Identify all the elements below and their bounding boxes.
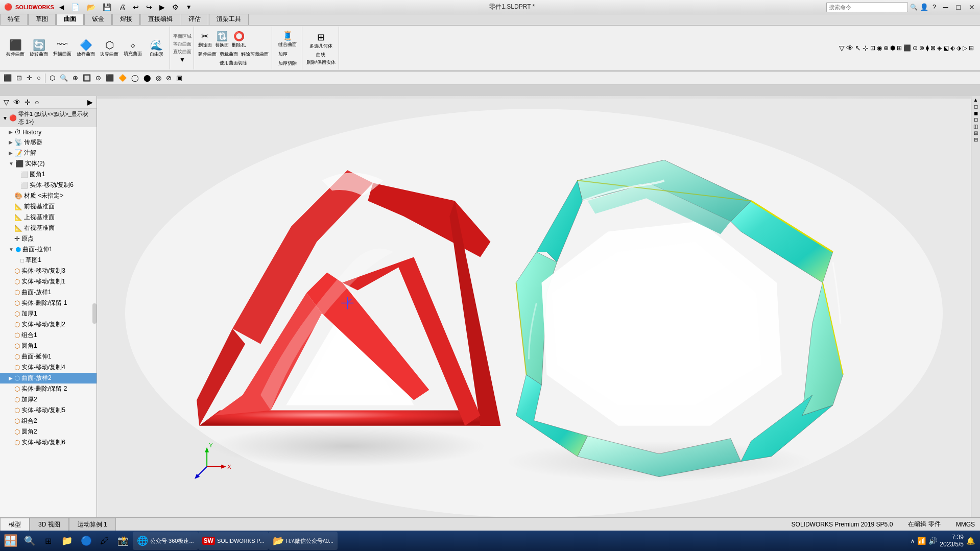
tree-item-move5[interactable]: ▶ ⬡ 实体-移动/复制5 [0,405,97,416]
tree-item-combine1[interactable]: ▶ ⬡ 组合1 [0,330,97,341]
taskbar-btn-folder[interactable]: 📁 [57,532,77,550]
view-tb-14[interactable]: ◎ [154,74,163,82]
right-tb-icon7[interactable]: ⊟ [974,137,978,142]
view-icon5[interactable]: ⊞ [897,44,902,52]
network-icon[interactable]: 📶 [917,537,926,545]
tree-item-origin[interactable]: ▶ ✛ 原点 [0,233,97,244]
view-icon16[interactable]: ⊟ [969,44,974,52]
view-icon2[interactable]: ◉ [877,44,882,52]
right-tb-icon2[interactable]: ◻ [974,104,978,109]
tree-item-sketch1[interactable]: ▶ □ 草图1 [0,255,97,266]
tree-item-thicken1[interactable]: ▶ ⬡ 加厚1 [0,308,97,319]
trim-surface-btn[interactable]: 剪裁曲面 [219,51,239,58]
redo-btn[interactable]: ↪ [144,3,154,12]
view-tb-11[interactable]: 🔶 [117,74,128,82]
tab-direct[interactable]: 直接编辑 [140,13,180,25]
delete-hole-btn[interactable]: ⭕删除孔 [231,30,247,50]
revolve-surface-btn[interactable]: 🔄旋转曲面 [28,38,50,59]
tree-item-delete2[interactable]: ▶ ⬡ 实体-删除/保留 2 [0,384,97,394]
knit-surface-btn[interactable]: 🧵缝合曲面 [276,29,299,49]
close-btn[interactable]: ✕ [966,3,978,11]
view-tb-12[interactable]: ◯ [130,74,140,82]
delete-keep-btn[interactable]: 删除/保留实体 [306,59,336,66]
tree-item-move6[interactable]: ▶ ⬡ 实体-移动/复制6 [0,437,97,448]
view-icon15[interactable]: ▷ [963,44,967,52]
right-tb-icon1[interactable]: ▲ [973,97,978,103]
tree-item-front-plane[interactable]: ▶ 📐 前视基准面 [0,201,97,212]
right-tb-icon5[interactable]: ◫ [973,124,978,129]
minimize-btn[interactable]: ─ [940,3,951,11]
help-btn[interactable]: ? [930,4,938,11]
tree-item-extend1[interactable]: ▶ ⬡ 曲面-延伸1 [0,351,97,362]
undo-btn[interactable]: ↩ [131,3,141,12]
tree-item-combine2[interactable]: ▶ ⬡ 组合2 [0,416,97,426]
view-tb-4[interactable]: ○ [35,74,42,82]
taskbar-btn-pen[interactable]: 🖊 [96,532,113,550]
save-btn[interactable]: 💾 [101,3,113,12]
taskbar-btn-photo[interactable]: 📸 [113,532,133,550]
tree-item-surface-extrude1[interactable]: ▼ ⬢ 曲面-拉伸1 [0,244,97,255]
tree-item-sensors[interactable]: ▶ 📡 传感器 [0,137,97,148]
taskbar-btn-solidworks[interactable]: SW SOLIDWORKS P... [198,532,269,550]
viewport-tab-3d[interactable]: 3D 视图 [30,518,69,531]
sweep-surface-btn[interactable]: 〰扫描曲面 [51,38,74,59]
tree-item-fillet1[interactable]: ▶ ⬜ 圆角1 [0,169,97,180]
view-icon7[interactable]: ⊙ [913,44,918,52]
view-icon9[interactable]: ⧫ [926,44,929,52]
view-icon4[interactable]: ⬢ [890,44,895,52]
tree-item-fillet1b[interactable]: ▶ ⬡ 圆角1 [0,341,97,351]
tree-item-fillet2[interactable]: ▶ ⬡ 圆角2 [0,426,97,437]
tab-surface[interactable]: 曲面 [56,13,84,25]
tree-item-thicken2[interactable]: ▶ ⬡ 加厚2 [0,394,97,405]
view-icon8[interactable]: ⊗ [919,44,924,52]
right-tb-icon6[interactable]: ⊞ [974,130,978,136]
view-tb-13[interactable]: ⬤ [142,74,153,82]
tree-item-history[interactable]: ▶ ⏱ History [0,127,97,137]
loft-surface-btn[interactable]: 🔷放样曲面 [75,38,97,59]
surface-expand-btn[interactable]: ▼ [173,56,192,63]
view-tb-6[interactable]: 🔍 [58,74,69,82]
tree-item-top-plane[interactable]: ▶ 📐 上视基准面 [0,212,97,223]
search-input[interactable] [826,2,908,12]
panel-icon-circle[interactable]: ○ [33,98,40,107]
select2-icon[interactable]: ⊹ [863,44,869,52]
view-icon10[interactable]: ⊠ [930,44,936,52]
extend-surface-btn[interactable]: 延伸曲面 [197,51,218,58]
panel-expand-btn[interactable]: ▶ [86,98,94,107]
view-tb-2[interactable]: ⊡ [15,74,23,82]
view-icon13[interactable]: ⬖ [950,44,955,52]
canvas-area[interactable]: Y X [97,96,971,531]
tree-item-move6-body[interactable]: ▶ ⬜ 实体-移动/复制6 [0,180,97,190]
boundary-surface-btn[interactable]: ⬡边界曲面 [98,38,121,59]
tree-item-loft1[interactable]: ▶ ⬡ 曲面-放样1 [0,287,97,298]
untrim-surface-btn[interactable]: 解除剪裁曲面 [240,51,270,58]
print-btn[interactable]: 🖨 [116,3,128,12]
taskbar-btn-files[interactable]: 📂 H:\\微信公众号\\0... [269,532,338,550]
view-tb-5[interactable]: ⬡ [48,74,57,82]
tree-item-move4[interactable]: ▶ ⬡ 实体-移动/复制4 [0,362,97,373]
panel-icon-cross[interactable]: ✛ [23,98,32,107]
tree-item-move1[interactable]: ▶ ⬡ 实体-移动/复制1 [0,276,97,287]
tab-render[interactable]: 渲染工具 [209,13,249,25]
cut-with-surface-btn[interactable]: 使用曲面切除 [197,59,270,67]
replace-face-btn[interactable]: 🔃替换面 [214,30,230,50]
tab-weld[interactable]: 焊接 [112,13,140,25]
fill-surface-btn[interactable]: ⬦填充曲面 [122,38,144,59]
view-tb-15[interactable]: ⊘ [164,74,173,82]
start-button[interactable]: 🪟 [0,531,20,551]
taskbar-btn-ps[interactable]: 🔵 [77,532,96,550]
search-icon[interactable]: 🔍 [910,4,918,11]
view-tb-8[interactable]: 🔲 [81,74,92,82]
extrude-surface-btn[interactable]: ⬛拉伸曲面 [4,38,27,59]
thicken-btn[interactable]: 加厚 [276,51,299,58]
systray-icons[interactable]: ∧ [911,538,915,544]
panel-resize-handle[interactable] [92,303,97,324]
viewport-tab-model[interactable]: 模型 [0,518,30,531]
view-icon14[interactable]: ⬗ [957,44,961,52]
tree-item-bodies[interactable]: ▼ ⬛ 实体(2) [0,158,97,169]
taskbar-btn-taskview[interactable]: ⊞ [39,532,57,550]
tree-item-move2[interactable]: ▶ ⬡ 实体-移动/复制2 [0,319,97,330]
view-tb-3[interactable]: ✛ [25,74,34,82]
curve-btn[interactable]: 曲线 [306,52,336,58]
tree-item-material[interactable]: ▶ 🎨 材质 <未指定> [0,190,97,201]
